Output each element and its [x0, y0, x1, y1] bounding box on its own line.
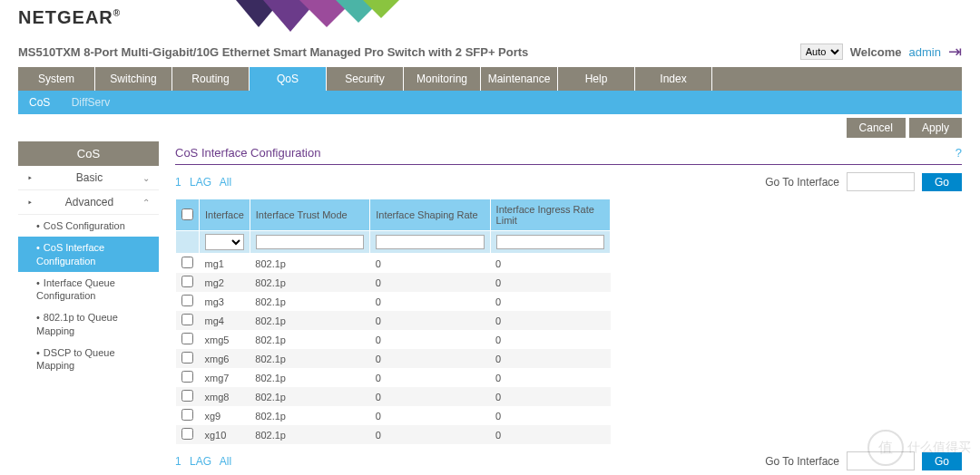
cell-mode: 802.1p [250, 254, 369, 274]
cell-ingress: 0 [490, 311, 610, 330]
nav-index[interactable]: Index [635, 67, 712, 91]
filter-1[interactable]: 1 [175, 176, 181, 189]
col-shaping-rate[interactable]: Interface Shaping Rate [370, 199, 490, 231]
filter-lag-bottom[interactable]: LAG [190, 455, 211, 468]
cell-ingress: 0 [490, 368, 610, 387]
col-interface[interactable]: Interface [200, 199, 250, 231]
cell-shape: 0 [370, 349, 490, 368]
filter-interface-select[interactable] [205, 234, 244, 250]
col-trust-mode[interactable]: Interface Trust Mode [250, 199, 369, 231]
cell-ingress: 0 [490, 330, 610, 349]
nav-system[interactable]: System [18, 67, 95, 91]
nav-security[interactable]: Security [327, 67, 404, 91]
cell-shape: 0 [370, 330, 490, 349]
cell-shape: 0 [370, 425, 490, 444]
cell-mode: 802.1p [250, 406, 369, 425]
filter-all[interactable]: All [220, 176, 231, 189]
nav-monitoring[interactable]: Monitoring [404, 67, 481, 91]
cell-ingress: 0 [490, 406, 610, 425]
interface-table: Interface Interface Trust Mode Interface… [175, 199, 611, 444]
cell-mode: 802.1p [250, 387, 369, 406]
page-title: CoS Interface Configuration [175, 146, 320, 160]
row-checkbox[interactable] [181, 428, 193, 440]
nav-help[interactable]: Help [558, 67, 635, 91]
nav-routing[interactable]: Routing [172, 67, 250, 91]
row-checkbox[interactable] [181, 295, 193, 306]
select-all-checkbox[interactable] [181, 208, 193, 220]
row-checkbox[interactable] [181, 257, 193, 268]
goto-label: Go To Interface [765, 176, 839, 189]
nav-maintenance[interactable]: Maintenance [481, 67, 558, 91]
cell-shape: 0 [370, 254, 490, 274]
cell-mode: 802.1p [250, 425, 369, 444]
cell-interface: xmg5 [200, 330, 250, 349]
sub-nav: CoS DiffServ [18, 91, 962, 114]
welcome-label: Welcome [850, 45, 902, 59]
table-row: xmg5802.1p00 [176, 330, 611, 349]
row-checkbox[interactable] [181, 276, 193, 287]
filter-lag[interactable]: LAG [190, 176, 211, 189]
table-row: mg2802.1p00 [176, 273, 611, 292]
help-icon[interactable]: ? [956, 146, 962, 160]
user-link[interactable]: admin [909, 45, 941, 59]
cell-interface: xmg8 [200, 387, 250, 406]
goto-input[interactable] [847, 172, 915, 191]
cell-interface: mg1 [200, 254, 250, 274]
row-checkbox[interactable] [181, 352, 193, 364]
go-button-top[interactable]: Go [922, 173, 962, 191]
row-checkbox[interactable] [181, 333, 193, 344]
nav-switching[interactable]: Switching [95, 67, 172, 91]
sidebar-cos-config[interactable]: CoS Configuration [18, 215, 159, 237]
cell-shape: 0 [370, 406, 490, 425]
cell-ingress: 0 [490, 387, 610, 406]
filter-ingress-input[interactable] [496, 235, 604, 249]
row-checkbox[interactable] [181, 409, 193, 421]
cell-ingress: 0 [490, 349, 610, 368]
sidebar-header: CoS [18, 141, 159, 166]
subnav-diffserv[interactable]: DiffServ [72, 96, 110, 109]
filter-shape-input[interactable] [376, 235, 484, 249]
sidebar-advanced[interactable]: Advanced⌃ [18, 190, 159, 215]
chevron-down-icon: ⌄ [142, 173, 150, 183]
filter-trust-input[interactable] [256, 235, 364, 249]
row-checkbox[interactable] [181, 390, 193, 402]
cell-ingress: 0 [490, 254, 610, 274]
cell-ingress: 0 [490, 292, 610, 311]
cell-shape: 0 [370, 273, 490, 292]
goto-label-bottom: Go To Interface [765, 455, 839, 468]
table-row: xmg6802.1p00 [176, 349, 611, 368]
apply-button[interactable]: Apply [909, 118, 962, 138]
logout-icon[interactable]: ⇥ [948, 42, 962, 62]
cell-interface: xmg7 [200, 368, 250, 387]
cell-shape: 0 [370, 387, 490, 406]
sidebar-cos-interface-config[interactable]: CoS Interface Configuration [18, 237, 159, 272]
main-nav: SystemSwitchingRoutingQoSSecurityMonitor… [18, 67, 962, 91]
col-ingress-rate[interactable]: Interface Ingress Rate Limit [490, 199, 610, 231]
filter-1-bottom[interactable]: 1 [175, 455, 181, 468]
row-checkbox[interactable] [181, 314, 193, 325]
cell-ingress: 0 [490, 425, 610, 444]
table-row: xmg8802.1p00 [176, 387, 611, 406]
language-select[interactable]: Auto [800, 44, 843, 60]
cancel-button[interactable]: Cancel [847, 118, 906, 138]
nav-qos[interactable]: QoS [250, 67, 327, 91]
sidebar-interface-queue-config[interactable]: Interface Queue Configuration [18, 272, 159, 307]
table-row: mg3802.1p00 [176, 292, 611, 311]
cell-ingress: 0 [490, 273, 610, 292]
cell-interface: xmg6 [200, 349, 250, 368]
sidebar-8021p-queue-map[interactable]: 802.1p to Queue Mapping [18, 306, 159, 342]
cell-interface: mg2 [200, 273, 250, 292]
cell-interface: mg3 [200, 292, 250, 311]
cell-interface: xg10 [200, 425, 250, 444]
sidebar-basic[interactable]: Basic⌄ [18, 166, 159, 190]
chevron-up-icon: ⌃ [142, 198, 150, 208]
cell-interface: xg9 [200, 406, 250, 425]
cell-mode: 802.1p [250, 311, 369, 330]
filter-all-bottom[interactable]: All [220, 455, 231, 468]
subnav-cos[interactable]: CoS [29, 96, 50, 109]
cell-mode: 802.1p [250, 273, 369, 292]
cell-interface: mg4 [200, 311, 250, 330]
row-checkbox[interactable] [181, 371, 193, 383]
cell-mode: 802.1p [250, 368, 369, 387]
sidebar-dscp-queue-map[interactable]: DSCP to Queue Mapping [18, 342, 159, 377]
